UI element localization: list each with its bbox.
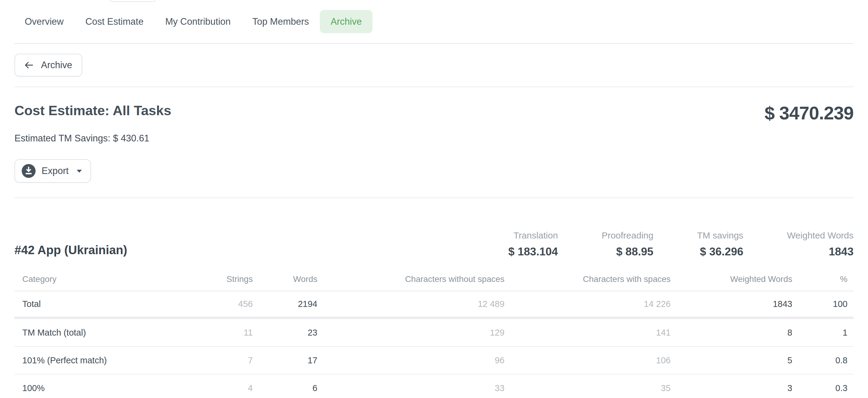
table-cell: 0.8 — [792, 356, 854, 365]
cost-breakdown-table: CategoryStringsWordsCharacters without s… — [14, 268, 854, 398]
cost-estimate-page: OverviewCost EstimateMy ContributionTop … — [0, 0, 868, 398]
table-cell: 14 226 — [504, 299, 671, 309]
stat-tm-savings: TM savings$ 36.296 — [697, 230, 743, 259]
tab-archive[interactable]: Archive — [320, 10, 373, 33]
column-header-characters-with-spaces: Characters with spaces — [504, 274, 671, 284]
table-cell: 35 — [504, 383, 671, 393]
table-cell: 4 — [149, 383, 253, 393]
column-header-words: Words — [253, 274, 317, 284]
table-cell: 101% (Perfect match) — [14, 356, 149, 365]
tab-overview[interactable]: Overview — [14, 10, 74, 33]
table-cell: 12 489 — [317, 299, 504, 309]
table-cell: 7 — [149, 356, 253, 365]
total-cost-amount: $ 3470.239 — [765, 103, 854, 123]
back-to-archive-button[interactable]: Archive — [14, 54, 82, 76]
download-icon — [22, 164, 36, 178]
column-header-category: Category — [14, 274, 149, 284]
table-cell: 129 — [317, 328, 504, 338]
stat-value: $ 88.95 — [601, 245, 653, 259]
table-cell: 100 — [792, 299, 854, 309]
stat-value: $ 183.104 — [508, 245, 558, 259]
table-cell: 11 — [149, 328, 253, 338]
table-cell: 1 — [792, 328, 854, 338]
table-cell: 106 — [504, 356, 671, 365]
table-cell: 23 — [253, 328, 317, 338]
summary-section: Cost Estimate: All Tasks $ 3470.239 Esti… — [14, 87, 854, 197]
table-row-total: Total456219412 48914 2261843100 — [14, 291, 854, 319]
caret-down-icon — [76, 169, 83, 173]
page-title: Cost Estimate: All Tasks — [14, 102, 171, 119]
stat-label: Weighted Words — [787, 230, 854, 241]
table-cell: Total — [14, 299, 149, 309]
tab-cost-estimate[interactable]: Cost Estimate — [74, 10, 154, 33]
tab-my-contribution[interactable]: My Contribution — [154, 10, 241, 33]
scrolled-out-element-edge — [110, 0, 156, 2]
table-cell: 5 — [671, 356, 792, 365]
table-row-101-perfect-match: 101% (Perfect match)7179610650.8 — [14, 347, 854, 374]
stat-value: 1843 — [787, 245, 854, 259]
table-cell: 456 — [149, 299, 253, 309]
table-cell: 33 — [317, 383, 504, 393]
table-cell: 0.3 — [792, 383, 854, 393]
export-button[interactable]: Export — [14, 159, 91, 183]
summary-head: Cost Estimate: All Tasks $ 3470.239 — [14, 87, 854, 123]
tabbar-divider — [14, 43, 854, 44]
report-title: #42 App (Ukrainian) — [14, 243, 127, 259]
stat-proofreading: Proofreading$ 88.95 — [601, 230, 653, 259]
column-header-weighted-words: Weighted Words — [671, 274, 792, 284]
arrow-left-icon — [24, 60, 34, 70]
stat-label: Proofreading — [601, 230, 653, 241]
stat-label: Translation — [508, 230, 558, 241]
stat-weighted-words: Weighted Words1843 — [787, 230, 854, 259]
estimated-tm-savings: Estimated TM Savings: $ 430.61 — [14, 132, 854, 144]
back-button-label: Archive — [41, 60, 72, 70]
tab-bar: OverviewCost EstimateMy ContributionTop … — [0, 0, 868, 43]
table-cell: 2194 — [253, 299, 317, 309]
stat-label: TM savings — [697, 230, 743, 241]
export-button-label: Export — [41, 165, 69, 176]
table-cell: 17 — [253, 356, 317, 365]
table-cell: 96 — [317, 356, 504, 365]
table-row-100: 100%46333530.3 — [14, 374, 854, 398]
column-header-strings: Strings — [149, 274, 253, 284]
table-cell: 8 — [671, 328, 792, 338]
report-header: #42 App (Ukrainian) Translation$ 183.104… — [14, 230, 854, 259]
stat-value: $ 36.296 — [697, 245, 743, 259]
report-stats: Translation$ 183.104Proofreading$ 88.95T… — [508, 230, 854, 259]
table-cell: 141 — [504, 328, 671, 338]
table-cell: 100% — [14, 383, 149, 393]
cost-table-body: Total456219412 48914 2261843100TM Match … — [14, 291, 854, 398]
column-header-characters-without-spaces: Characters without spaces — [317, 274, 504, 284]
tab-top-members[interactable]: Top Members — [241, 10, 320, 33]
table-cell: 1843 — [671, 299, 792, 309]
back-row: Archive — [14, 54, 854, 76]
column-header-: % — [792, 274, 854, 284]
table-cell: 3 — [671, 383, 792, 393]
stat-translation: Translation$ 183.104 — [508, 230, 558, 259]
table-header-row: CategoryStringsWordsCharacters without s… — [14, 268, 854, 291]
section-divider — [14, 197, 854, 198]
table-cell: TM Match (total) — [14, 328, 149, 338]
table-row-tm-match-total: TM Match (total)112312914181 — [14, 319, 854, 347]
table-cell: 6 — [253, 383, 317, 393]
